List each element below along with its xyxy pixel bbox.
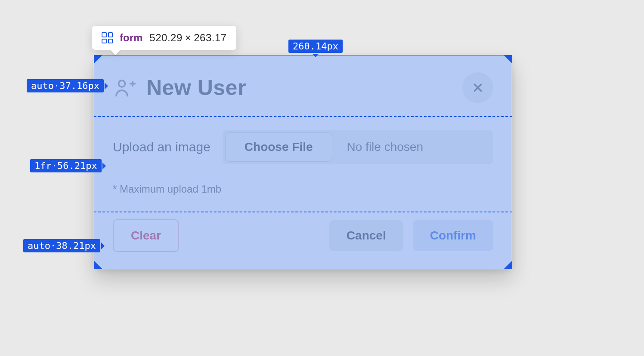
grid-row-badge-1: 1fr·56.21px <box>30 159 102 172</box>
dialog-header: New User <box>113 72 493 118</box>
inspector-dimensions: 520.29×263.17 <box>149 32 226 44</box>
dialog-body: Upload an image Choose File No file chos… <box>113 118 493 204</box>
new-user-dialog: New User Upload an image Choose File No … <box>94 55 512 269</box>
close-icon <box>471 81 484 94</box>
inspector-width: 520.29 <box>149 32 182 43</box>
grid-row-badge-0: auto·37.16px <box>27 79 104 92</box>
grid-row-badge-2: auto·38.21px <box>23 239 100 252</box>
cancel-button[interactable]: Cancel <box>329 220 403 251</box>
upload-hint: * Maximum upload 1mb <box>113 183 493 195</box>
upload-label: Upload an image <box>113 140 211 154</box>
user-plus-icon <box>113 76 137 100</box>
svg-point-0 <box>119 80 125 87</box>
dialog-footer: Clear Cancel Confirm <box>113 204 493 252</box>
close-button[interactable] <box>462 72 493 103</box>
dialog-title: New User <box>146 75 246 100</box>
confirm-button[interactable]: Confirm <box>413 220 493 251</box>
file-chosen-status: No file chosen <box>335 130 493 164</box>
upload-row: Upload an image Choose File No file chos… <box>113 130 493 164</box>
clear-button[interactable]: Clear <box>113 219 179 252</box>
choose-file-button[interactable]: Choose File <box>225 132 332 162</box>
grid-col-badge: 260.14px <box>288 40 343 53</box>
inspector-tag: form <box>120 32 142 44</box>
file-picker: Choose File No file chosen <box>223 130 493 164</box>
inspector-height: 263.17 <box>194 32 226 43</box>
inspector-tooltip: form 520.29×263.17 <box>92 26 236 50</box>
grid-icon <box>102 32 113 43</box>
